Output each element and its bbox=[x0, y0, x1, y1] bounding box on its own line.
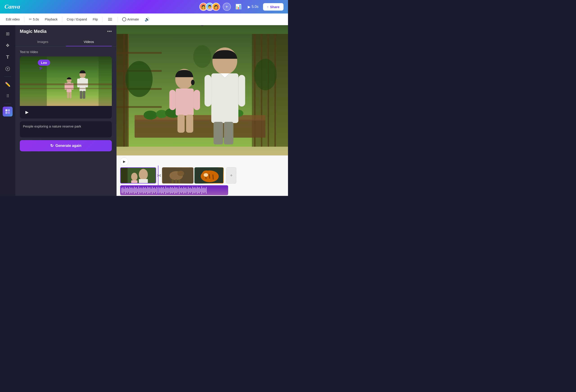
svg-rect-46 bbox=[224, 122, 233, 144]
svg-rect-51 bbox=[194, 90, 200, 110]
elements-icon: ❖ bbox=[6, 43, 10, 48]
animate-button[interactable]: Animate bbox=[120, 16, 141, 23]
svg-rect-7 bbox=[77, 79, 79, 87]
leo-cursor-icon bbox=[38, 67, 43, 71]
video-play-button[interactable]: ▶ bbox=[23, 109, 30, 116]
crop-expand-button[interactable]: Crop / Expand bbox=[65, 16, 89, 23]
left-panel: Magic Media ••• Images Videos Text to Vi… bbox=[15, 25, 116, 196]
svg-rect-1 bbox=[5, 109, 7, 111]
sidebar-item-layout[interactable]: ⊞ bbox=[3, 29, 13, 39]
share-button[interactable]: ↑ Share bbox=[263, 3, 284, 11]
playback-button[interactable]: Playback bbox=[43, 16, 60, 23]
svg-rect-10 bbox=[83, 91, 85, 99]
svg-rect-32 bbox=[268, 34, 269, 147]
svg-point-55 bbox=[254, 59, 277, 90]
svg-point-60 bbox=[131, 173, 138, 181]
play-time-button[interactable]: ▶ 5.0s bbox=[246, 4, 260, 10]
svg-rect-52 bbox=[177, 115, 185, 133]
grid-view-button[interactable] bbox=[131, 196, 138, 196]
text-icon: T bbox=[6, 54, 9, 60]
video-preview-image: Leo bbox=[20, 56, 112, 106]
section-label: Text to Video bbox=[20, 50, 112, 54]
layout-icon: ⊞ bbox=[6, 31, 10, 36]
nature-figures bbox=[49, 65, 98, 101]
add-clip-button[interactable]: + bbox=[226, 167, 236, 184]
add-collaborator-button[interactable]: + bbox=[223, 3, 231, 11]
sound-button[interactable]: 🔊 bbox=[143, 16, 152, 23]
svg-point-36 bbox=[144, 111, 157, 120]
svg-rect-33 bbox=[275, 34, 276, 147]
nature-scene-bg: Leo bbox=[20, 56, 112, 106]
svg-point-75 bbox=[204, 173, 208, 177]
svg-rect-25 bbox=[116, 52, 162, 54]
panel-menu-button[interactable]: ••• bbox=[107, 29, 112, 34]
avatar: 👩 bbox=[212, 3, 220, 11]
video-clip-2[interactable] bbox=[162, 167, 194, 184]
svg-rect-2 bbox=[8, 109, 10, 111]
video-clip-3[interactable] bbox=[194, 167, 224, 184]
toolbar-divider-4 bbox=[117, 17, 118, 22]
sidebar-item-elements[interactable]: ❖ bbox=[3, 40, 13, 50]
leo-tooltip: Leo bbox=[38, 60, 50, 66]
svg-rect-16 bbox=[70, 92, 72, 98]
svg-rect-14 bbox=[72, 83, 74, 90]
sidebar-item-apps[interactable]: ⠿ bbox=[3, 91, 13, 101]
svg-point-48 bbox=[191, 80, 195, 85]
timeline-play-button[interactable]: ▶ bbox=[120, 157, 128, 166]
cut-time-button[interactable]: ✂ 5.0s bbox=[27, 16, 41, 23]
svg-rect-44 bbox=[238, 75, 245, 106]
panel-content: Text to Video Leo bbox=[15, 47, 116, 196]
refresh-icon: ↻ bbox=[50, 143, 54, 148]
waveform-bars bbox=[120, 185, 228, 195]
sidebar-divider-2 bbox=[4, 104, 11, 104]
svg-rect-42 bbox=[211, 73, 238, 123]
svg-point-56 bbox=[193, 45, 211, 68]
animate-icon bbox=[122, 17, 126, 21]
flip-button[interactable]: Flip bbox=[90, 16, 100, 23]
svg-rect-13 bbox=[65, 83, 67, 90]
draw-icon: ✏️ bbox=[5, 82, 11, 87]
generate-btn-label: Generate again bbox=[55, 144, 82, 148]
toolbar: Edit video ✂ 5.0s Playback Crop / Expand… bbox=[0, 13, 288, 25]
canva-logo: Canva bbox=[4, 3, 20, 10]
main-canvas-scene bbox=[116, 25, 288, 155]
edit-video-button[interactable]: Edit video bbox=[4, 16, 22, 23]
avatar-group: 👩 👨 👩 bbox=[199, 3, 220, 11]
sound-icon: 🔊 bbox=[145, 17, 150, 22]
svg-rect-18 bbox=[99, 56, 112, 106]
clip-thumbnail-2 bbox=[162, 167, 194, 184]
svg-rect-61 bbox=[131, 180, 138, 183]
svg-point-58 bbox=[139, 169, 148, 180]
hamburger-button[interactable] bbox=[105, 16, 115, 23]
video-clip-1[interactable] bbox=[120, 167, 156, 184]
timeline-header: ▶ bbox=[116, 156, 288, 167]
content-area: ▶ bbox=[116, 25, 288, 196]
main-area: ⊞ ❖ T ✏️ ⠿ bbox=[0, 25, 288, 196]
sidebar-divider bbox=[4, 77, 11, 77]
text-input-area[interactable]: People exploring a nature reserve park bbox=[20, 121, 112, 138]
sidebar-item-draw[interactable]: ✏️ bbox=[3, 79, 13, 89]
svg-rect-12 bbox=[67, 83, 72, 92]
svg-rect-3 bbox=[5, 112, 7, 114]
tab-videos[interactable]: Videos bbox=[66, 38, 112, 46]
list-view-button[interactable] bbox=[121, 196, 129, 196]
sidebar-item-upload[interactable] bbox=[3, 64, 13, 74]
clip-connector-1: ⋈ bbox=[157, 173, 161, 178]
svg-rect-4 bbox=[8, 112, 10, 114]
svg-rect-15 bbox=[67, 92, 69, 98]
video-clips-row: ⋈ bbox=[120, 167, 284, 184]
generate-again-button[interactable]: ↻ Generate again bbox=[20, 140, 112, 151]
canvas-area[interactable] bbox=[116, 25, 288, 155]
timeline-area: ▶ bbox=[116, 155, 288, 196]
panel-tabs: Images Videos bbox=[15, 38, 116, 47]
timeline-controls: ▶ bbox=[120, 157, 128, 166]
svg-rect-50 bbox=[170, 90, 176, 110]
scissor-icon: ✂ bbox=[29, 17, 32, 21]
tab-images[interactable]: Images bbox=[20, 38, 66, 46]
panel-header: Magic Media ••• bbox=[15, 25, 116, 38]
text-input-value: People exploring a nature reserve park bbox=[23, 124, 81, 128]
stats-button[interactable]: 📊 bbox=[233, 3, 243, 11]
video-controls-strip: ▶ bbox=[20, 106, 112, 118]
sidebar-item-magic-media[interactable] bbox=[3, 107, 13, 116]
sidebar-item-text[interactable]: T bbox=[3, 52, 13, 62]
